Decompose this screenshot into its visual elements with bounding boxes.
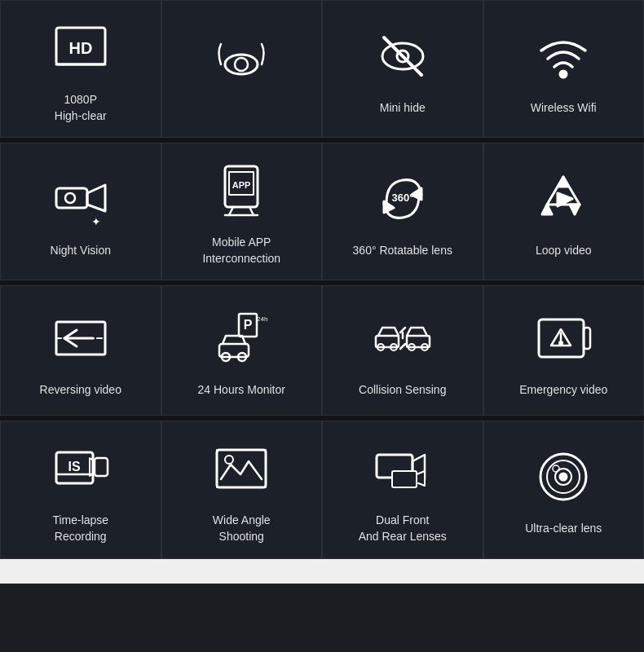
- dual-front-label: Dual FrontAnd Rear Lenses: [359, 513, 447, 544]
- cell-mobile-app: APP Mobile APPInterconnection: [161, 143, 323, 280]
- mini-hide-icon: [370, 24, 435, 89]
- svg-rect-53: [95, 458, 108, 476]
- collision-icon: [370, 306, 435, 371]
- 24h-icon: P 24h: [209, 306, 274, 371]
- collision-label: Collision Sensing: [359, 382, 446, 399]
- cell-panoramic: [161, 0, 323, 138]
- cell-loop: Loop video: [483, 143, 645, 280]
- svg-point-4: [235, 58, 248, 71]
- cell-dual-front: Dual FrontAnd Rear Lenses: [322, 421, 483, 558]
- wide-angle-icon: [209, 436, 274, 501]
- svg-text:✦: ✦: [91, 215, 101, 227]
- loop-label: Loop video: [536, 243, 592, 259]
- cell-mini-hide: Mini hide: [322, 0, 483, 138]
- timelapse-icon: IS: [48, 436, 113, 501]
- cell-wifi: Wireless Wifi: [483, 0, 645, 138]
- hd-icon: HD: [48, 15, 113, 81]
- 24h-label: 24 Hours Monitor: [198, 382, 285, 399]
- svg-text:IS: IS: [68, 460, 80, 474]
- wide-angle-label: Wide AngleShooting: [213, 513, 271, 544]
- svg-text:APP: APP: [232, 180, 251, 190]
- wifi-icon: [531, 24, 596, 89]
- svg-text:24h: 24h: [257, 315, 267, 323]
- 360-icon: 360°: [370, 166, 435, 231]
- emergency-label: Emergency video: [519, 382, 607, 399]
- svg-point-11: [65, 193, 75, 203]
- reversing-label: Reversing video: [40, 382, 121, 399]
- svg-rect-39: [407, 336, 430, 347]
- loop-icon: [531, 166, 596, 231]
- svg-rect-59: [392, 471, 417, 487]
- ultra-clear-label: Ultra-clear lens: [525, 521, 602, 537]
- svg-rect-36: [376, 336, 399, 347]
- svg-rect-46: [584, 328, 590, 349]
- svg-rect-55: [217, 450, 266, 487]
- svg-marker-10: [87, 185, 105, 211]
- reversing-icon: [48, 306, 113, 371]
- cell-ultra-clear: Ultra-clear lens: [483, 421, 645, 558]
- cell-reversing: Reversing video: [0, 285, 161, 416]
- emergency-icon: [531, 306, 596, 371]
- night-vision-icon: ✦: [48, 166, 113, 231]
- bottom-bar: [0, 559, 644, 584]
- 360-label: 360° Rotatable lens: [353, 243, 452, 259]
- cell-24h: P 24h 24 Hours Monitor: [161, 285, 323, 416]
- timelapse-label: Time-lapseRecording: [52, 513, 108, 544]
- svg-rect-9: [56, 188, 87, 208]
- svg-marker-24: [570, 205, 580, 214]
- wifi-label: Wireless Wifi: [531, 100, 597, 117]
- svg-marker-60: [417, 471, 425, 486]
- svg-point-49: [560, 341, 562, 344]
- mobile-app-icon: APP: [209, 158, 274, 223]
- svg-point-65: [553, 465, 559, 472]
- cell-360: 360° 360° Rotatable lens: [322, 143, 483, 280]
- cell-hd: HD 1080PHigh-clear: [0, 0, 161, 138]
- panoramic-icon: [209, 32, 274, 97]
- cell-collision: Collision Sensing: [322, 285, 483, 416]
- svg-rect-33: [219, 344, 249, 357]
- dual-front-icon: [370, 436, 435, 501]
- svg-text:HD: HD: [68, 39, 92, 57]
- cell-emergency: Emergency video: [483, 285, 645, 416]
- svg-text:360°: 360°: [391, 192, 413, 204]
- svg-point-56: [225, 456, 233, 464]
- hd-label: 1080PHigh-clear: [55, 92, 107, 124]
- ultra-clear-icon: [531, 444, 596, 509]
- mini-hide-label: Mini hide: [380, 100, 426, 117]
- mobile-app-label: Mobile APPInterconnection: [202, 235, 280, 267]
- feature-grid: HD 1080PHigh-clear: [0, 0, 644, 584]
- svg-line-44: [400, 344, 405, 349]
- svg-point-64: [560, 474, 567, 480]
- cell-wide-angle: Wide AngleShooting: [161, 421, 323, 558]
- svg-point-8: [560, 71, 567, 77]
- cell-timelapse: IS Time-lapseRecording: [0, 421, 161, 558]
- svg-marker-25: [542, 205, 552, 214]
- night-vision-label: Night Vision: [51, 243, 111, 259]
- cell-night-vision: ✦ Night Vision: [0, 143, 161, 280]
- svg-marker-23: [558, 177, 568, 187]
- svg-text:P: P: [244, 318, 253, 332]
